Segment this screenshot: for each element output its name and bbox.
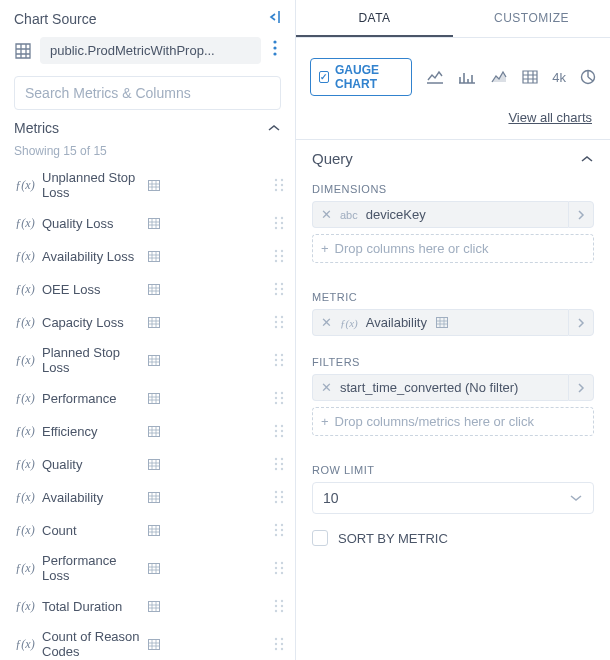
- fx-icon: ƒ(x): [14, 490, 36, 505]
- metric-label: METRIC: [312, 291, 594, 303]
- svg-point-6: [275, 184, 277, 186]
- sort-by-metric-checkbox[interactable]: [312, 530, 328, 546]
- drag-handle-icon[interactable]: [271, 213, 287, 233]
- metric-item[interactable]: ƒ(x)Availability Loss: [14, 240, 287, 273]
- metric-item[interactable]: ƒ(x)Total Duration: [14, 590, 287, 623]
- svg-point-12: [281, 217, 283, 219]
- svg-point-29: [275, 293, 277, 295]
- table-icon: [147, 424, 161, 438]
- metric-item[interactable]: ƒ(x)Availability: [14, 481, 287, 514]
- svg-point-9: [281, 189, 283, 191]
- svg-point-55: [275, 430, 277, 432]
- search-input[interactable]: [14, 76, 281, 110]
- view-all-charts-link[interactable]: View all charts: [508, 110, 592, 125]
- drag-handle-icon[interactable]: [271, 558, 287, 578]
- metric-name: Count of Reason Codes: [42, 629, 141, 659]
- fx-icon: ƒ(x): [14, 249, 36, 264]
- metric-item[interactable]: ƒ(x)Count of Reason Codes: [14, 623, 287, 660]
- gauge-chart-chip[interactable]: ✓ GAUGE CHART: [310, 58, 412, 96]
- metric-item[interactable]: ƒ(x)Performance Loss: [14, 547, 287, 590]
- filter-pill[interactable]: ✕ start_time_converted (No filter): [312, 374, 568, 401]
- collapse-panel-icon[interactable]: [266, 10, 281, 27]
- drag-handle-icon[interactable]: [271, 246, 287, 266]
- drag-handle-icon[interactable]: [271, 175, 287, 195]
- metric-item[interactable]: ƒ(x)Capacity Loss: [14, 306, 287, 339]
- chevron-right-icon[interactable]: [568, 374, 594, 401]
- svg-point-23: [281, 260, 283, 262]
- metric-item[interactable]: ƒ(x)Quality: [14, 448, 287, 481]
- drag-handle-icon[interactable]: [271, 421, 287, 441]
- metric-item[interactable]: ƒ(x)OEE Loss: [14, 273, 287, 306]
- filters-drop-zone[interactable]: +Drop columns/metrics here or click: [312, 407, 594, 436]
- svg-point-33: [281, 316, 283, 318]
- dimension-pill[interactable]: ✕ abc deviceKey: [312, 201, 568, 228]
- metric-item[interactable]: ƒ(x)Count: [14, 514, 287, 547]
- drag-handle-icon[interactable]: [271, 279, 287, 299]
- svg-point-18: [275, 250, 277, 252]
- table-icon: [147, 282, 161, 296]
- dataset-name[interactable]: public.ProdMetricWithProp...: [40, 37, 261, 64]
- drag-handle-icon[interactable]: [271, 596, 287, 616]
- svg-point-32: [275, 316, 277, 318]
- drag-handle-icon[interactable]: [271, 634, 287, 654]
- svg-point-4: [275, 179, 277, 181]
- metric-item[interactable]: ƒ(x)Quality Loss: [14, 207, 287, 240]
- svg-point-27: [275, 288, 277, 290]
- row-limit-select[interactable]: 10: [312, 482, 594, 514]
- drag-handle-icon[interactable]: [271, 388, 287, 408]
- chevron-up-icon[interactable]: [580, 152, 594, 166]
- svg-point-34: [275, 321, 277, 323]
- svg-point-56: [281, 430, 283, 432]
- dataset-actions-icon[interactable]: [269, 40, 281, 61]
- metric-pill[interactable]: ✕ ƒ(x) Availability: [312, 309, 568, 336]
- svg-point-11: [275, 217, 277, 219]
- metric-item[interactable]: ƒ(x)Efficiency: [14, 415, 287, 448]
- metric-name: Count: [42, 523, 141, 538]
- big-number-icon[interactable]: 4k: [552, 70, 566, 85]
- svg-point-0: [273, 40, 276, 43]
- metric-item[interactable]: ƒ(x)Performance: [14, 382, 287, 415]
- panel-title: Chart Source: [14, 11, 96, 27]
- svg-point-78: [275, 534, 277, 536]
- remove-icon[interactable]: ✕: [321, 380, 332, 395]
- chevron-right-icon[interactable]: [568, 309, 594, 336]
- drag-handle-icon[interactable]: [271, 454, 287, 474]
- tab-data[interactable]: DATA: [296, 0, 453, 37]
- chevron-right-icon[interactable]: [568, 201, 594, 228]
- svg-point-71: [275, 501, 277, 503]
- remove-icon[interactable]: ✕: [321, 207, 332, 222]
- svg-point-86: [281, 572, 283, 574]
- svg-rect-24: [148, 284, 159, 294]
- svg-point-42: [281, 359, 283, 361]
- metric-item[interactable]: ƒ(x)Unplanned Stop Loss: [14, 164, 287, 207]
- bar-chart-icon[interactable]: [458, 69, 476, 85]
- remove-icon[interactable]: ✕: [321, 315, 332, 330]
- metrics-count: Showing 15 of 15: [14, 144, 281, 158]
- svg-point-15: [275, 227, 277, 229]
- metric-name: Unplanned Stop Loss: [42, 170, 141, 200]
- svg-rect-38: [148, 355, 159, 365]
- svg-point-7: [281, 184, 283, 186]
- row-limit-label: ROW LIMIT: [312, 464, 594, 476]
- drag-handle-icon[interactable]: [271, 312, 287, 332]
- drag-handle-icon[interactable]: [271, 350, 287, 370]
- line-chart-icon[interactable]: [426, 69, 444, 85]
- dimensions-drop-zone[interactable]: +Drop columns here or click: [312, 234, 594, 263]
- svg-rect-109: [436, 318, 447, 328]
- metric-item[interactable]: ƒ(x)Planned Stop Loss: [14, 339, 287, 382]
- svg-point-37: [281, 326, 283, 328]
- svg-point-30: [281, 293, 283, 295]
- drag-handle-icon[interactable]: [271, 520, 287, 540]
- chevron-up-icon[interactable]: [267, 121, 281, 135]
- table-icon: [147, 315, 161, 329]
- pie-chart-icon[interactable]: [580, 69, 596, 85]
- svg-point-83: [275, 567, 277, 569]
- svg-point-84: [281, 567, 283, 569]
- svg-point-35: [281, 321, 283, 323]
- metric-name: Performance Loss: [42, 553, 141, 583]
- table-icon[interactable]: [522, 69, 538, 85]
- tab-customize[interactable]: CUSTOMIZE: [453, 0, 610, 37]
- area-chart-icon[interactable]: [490, 69, 508, 85]
- drag-handle-icon[interactable]: [271, 487, 287, 507]
- svg-point-63: [281, 463, 283, 465]
